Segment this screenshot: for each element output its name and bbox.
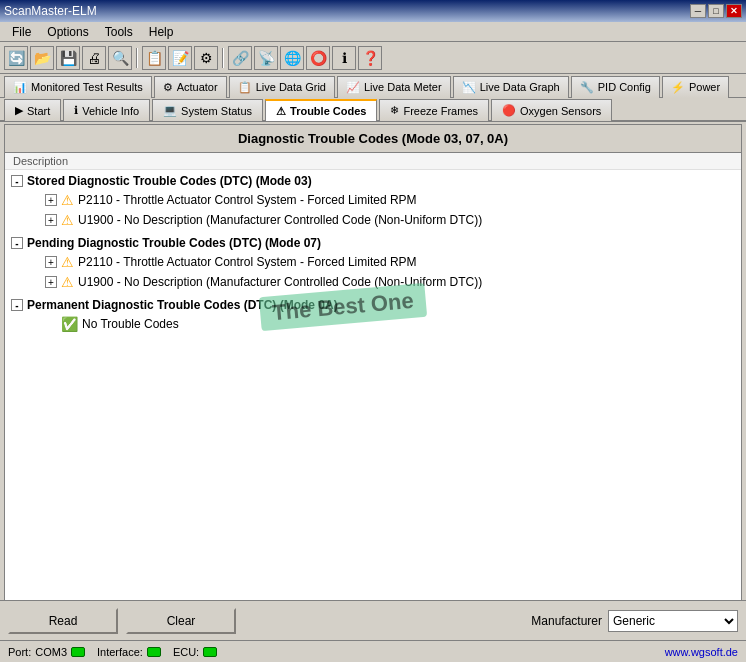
permanent-dtc-label: Permanent Diagnostic Trouble Codes (DTC)… bbox=[27, 298, 338, 312]
tab-freeze-frames[interactable]: ❄ Freeze Frames bbox=[379, 99, 489, 121]
manufacturer-select[interactable]: Generic Ford GM Toyota Honda BMW bbox=[608, 610, 738, 632]
tb-btn-2[interactable]: 📂 bbox=[30, 46, 54, 70]
close-button[interactable]: ✕ bbox=[726, 4, 742, 18]
warning-icon-2: ⚠ bbox=[61, 212, 74, 228]
tb-btn-10[interactable]: 📡 bbox=[254, 46, 278, 70]
stored-dtc-label: Stored Diagnostic Trouble Codes (DTC) (M… bbox=[27, 174, 312, 188]
port-led bbox=[71, 647, 85, 657]
trouble-codes-icon: ⚠ bbox=[276, 105, 286, 118]
menu-file[interactable]: File bbox=[4, 23, 39, 41]
power-icon: ⚡ bbox=[671, 81, 685, 94]
tab-vehicle-info[interactable]: ℹ Vehicle Info bbox=[63, 99, 150, 121]
tab-power[interactable]: ⚡ Power bbox=[662, 76, 729, 98]
tb-btn-9[interactable]: 🔗 bbox=[228, 46, 252, 70]
actuator-icon: ⚙ bbox=[163, 81, 173, 94]
tab-system-status[interactable]: 💻 System Status bbox=[152, 99, 263, 121]
stored-expand-icon[interactable]: - bbox=[11, 175, 23, 187]
permanent-item-none[interactable]: ✅ No Trouble Codes bbox=[5, 314, 741, 334]
clear-button[interactable]: Clear bbox=[126, 608, 236, 634]
ok-icon: ✅ bbox=[61, 316, 78, 332]
tabs-row2: ▶ Start ℹ Vehicle Info 💻 System Status ⚠… bbox=[0, 98, 746, 122]
permanent-dtc-group[interactable]: - Permanent Diagnostic Trouble Codes (DT… bbox=[5, 296, 741, 314]
live-graph-icon: 📉 bbox=[462, 81, 476, 94]
port-label: Port: bbox=[8, 646, 31, 658]
tab-live-grid[interactable]: 📋 Live Data Grid bbox=[229, 76, 335, 98]
dtc-title: Diagnostic Trouble Codes (Mode 03, 07, 0… bbox=[5, 125, 741, 153]
tab-live-graph[interactable]: 📉 Live Data Graph bbox=[453, 76, 569, 98]
p2110-expand-1[interactable]: + bbox=[45, 194, 57, 206]
interface-label: Interface: bbox=[97, 646, 143, 658]
stored-item-u1900[interactable]: + ⚠ U1900 - No Description (Manufacturer… bbox=[5, 210, 741, 230]
ecu-led bbox=[203, 647, 217, 657]
pending-expand-icon[interactable]: - bbox=[11, 237, 23, 249]
stored-dtc-section: - Stored Diagnostic Trouble Codes (DTC) … bbox=[5, 170, 741, 232]
u1900-label-1: U1900 - No Description (Manufacturer Con… bbox=[78, 213, 482, 227]
u1900-expand-1[interactable]: + bbox=[45, 214, 57, 226]
tb-btn-12[interactable]: ⭕ bbox=[306, 46, 330, 70]
vehicle-info-icon: ℹ bbox=[74, 104, 78, 117]
main-content: Diagnostic Trouble Codes (Mode 03, 07, 0… bbox=[4, 124, 742, 604]
tab-pid-config[interactable]: 🔧 PID Config bbox=[571, 76, 660, 98]
live-grid-icon: 📋 bbox=[238, 81, 252, 94]
tb-btn-13[interactable]: ℹ bbox=[332, 46, 356, 70]
ecu-status: ECU: bbox=[173, 646, 217, 658]
title-bar: ScanMaster-ELM ─ □ ✕ bbox=[0, 0, 746, 22]
interface-led bbox=[147, 647, 161, 657]
tab-trouble-codes[interactable]: ⚠ Trouble Codes bbox=[265, 99, 377, 121]
tb-btn-8[interactable]: ⚙ bbox=[194, 46, 218, 70]
warning-icon-3: ⚠ bbox=[61, 254, 74, 270]
tb-btn-4[interactable]: 🖨 bbox=[82, 46, 106, 70]
stored-dtc-group[interactable]: - Stored Diagnostic Trouble Codes (DTC) … bbox=[5, 172, 741, 190]
tb-separator-2 bbox=[222, 48, 224, 68]
maximize-button[interactable]: □ bbox=[708, 4, 724, 18]
u1900-expand-2[interactable]: + bbox=[45, 276, 57, 288]
freeze-frames-icon: ❄ bbox=[390, 104, 399, 117]
pending-item-p2110[interactable]: + ⚠ P2110 - Throttle Actuator Control Sy… bbox=[5, 252, 741, 272]
tb-separator-1 bbox=[136, 48, 138, 68]
tb-btn-7[interactable]: 📝 bbox=[168, 46, 192, 70]
tb-btn-14[interactable]: ❓ bbox=[358, 46, 382, 70]
tab-actuator[interactable]: ⚙ Actuator bbox=[154, 76, 227, 98]
pid-icon: 🔧 bbox=[580, 81, 594, 94]
menu-help[interactable]: Help bbox=[141, 23, 182, 41]
menu-bar: File Options Tools Help bbox=[0, 22, 746, 42]
start-icon: ▶ bbox=[15, 104, 23, 117]
pending-dtc-label: Pending Diagnostic Trouble Codes (DTC) (… bbox=[27, 236, 321, 250]
title-text: ScanMaster-ELM bbox=[4, 4, 97, 18]
tabs-row1: 📊 Monitored Test Results ⚙ Actuator 📋 Li… bbox=[0, 74, 746, 98]
oxygen-sensors-icon: 🔴 bbox=[502, 104, 516, 117]
tb-btn-1[interactable]: 🔄 bbox=[4, 46, 28, 70]
pending-dtc-section: - Pending Diagnostic Trouble Codes (DTC)… bbox=[5, 232, 741, 294]
p2110-expand-2[interactable]: + bbox=[45, 256, 57, 268]
menu-tools[interactable]: Tools bbox=[97, 23, 141, 41]
tab-start[interactable]: ▶ Start bbox=[4, 99, 61, 121]
permanent-expand-icon[interactable]: - bbox=[11, 299, 23, 311]
warning-icon-1: ⚠ bbox=[61, 192, 74, 208]
tb-btn-11[interactable]: 🌐 bbox=[280, 46, 304, 70]
status-bar: Port: COM3 Interface: ECU: www.wgsoft.de bbox=[0, 640, 746, 662]
tab-monitored-results[interactable]: 📊 Monitored Test Results bbox=[4, 76, 152, 98]
tb-btn-5[interactable]: 🔍 bbox=[108, 46, 132, 70]
warning-icon-4: ⚠ bbox=[61, 274, 74, 290]
title-buttons: ─ □ ✕ bbox=[690, 4, 742, 18]
minimize-button[interactable]: ─ bbox=[690, 4, 706, 18]
tab-live-meter[interactable]: 📈 Live Data Meter bbox=[337, 76, 451, 98]
menu-options[interactable]: Options bbox=[39, 23, 96, 41]
tb-btn-3[interactable]: 💾 bbox=[56, 46, 80, 70]
tab-oxygen-sensors[interactable]: 🔴 Oxygen Sensors bbox=[491, 99, 612, 121]
monitored-icon: 📊 bbox=[13, 81, 27, 94]
pending-item-u1900[interactable]: + ⚠ U1900 - No Description (Manufacturer… bbox=[5, 272, 741, 292]
p2110-label-2: P2110 - Throttle Actuator Control System… bbox=[78, 255, 417, 269]
manufacturer-row: Manufacturer Generic Ford GM Toyota Hond… bbox=[531, 610, 738, 632]
bottom-area: Read Clear Manufacturer Generic Ford GM … bbox=[0, 600, 746, 640]
read-button[interactable]: Read bbox=[8, 608, 118, 634]
live-meter-icon: 📈 bbox=[346, 81, 360, 94]
p2110-label-1: P2110 - Throttle Actuator Control System… bbox=[78, 193, 417, 207]
permanent-dtc-section: - Permanent Diagnostic Trouble Codes (DT… bbox=[5, 294, 741, 336]
description-row: Description bbox=[5, 153, 741, 170]
toolbar: 🔄 📂 💾 🖨 🔍 📋 📝 ⚙ 🔗 📡 🌐 ⭕ ℹ ❓ bbox=[0, 42, 746, 74]
tb-btn-6[interactable]: 📋 bbox=[142, 46, 166, 70]
port-value: COM3 bbox=[35, 646, 67, 658]
stored-item-p2110[interactable]: + ⚠ P2110 - Throttle Actuator Control Sy… bbox=[5, 190, 741, 210]
pending-dtc-group[interactable]: - Pending Diagnostic Trouble Codes (DTC)… bbox=[5, 234, 741, 252]
